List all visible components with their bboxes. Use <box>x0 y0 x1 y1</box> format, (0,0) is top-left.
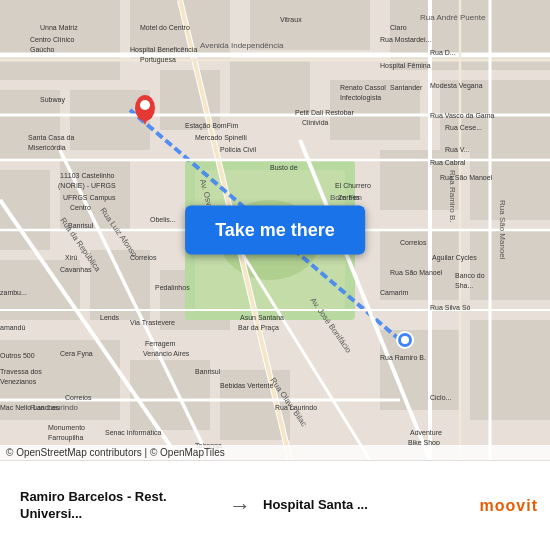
svg-text:Bebidas Vertente: Bebidas Vertente <box>220 382 273 389</box>
svg-text:Correios: Correios <box>65 394 92 401</box>
svg-text:Rua André Puente: Rua André Puente <box>420 13 486 22</box>
svg-text:Banrisul: Banrisul <box>195 368 221 375</box>
take-me-there-button[interactable]: Take me there <box>185 206 365 255</box>
svg-text:Senac Informática: Senac Informática <box>105 429 162 436</box>
svg-text:Ferragem: Ferragem <box>145 340 176 348</box>
svg-text:Subway: Subway <box>40 96 65 104</box>
svg-text:(NORIE) - UFRGS: (NORIE) - UFRGS <box>58 182 116 190</box>
svg-text:Hospital Fêmina: Hospital Fêmina <box>380 62 431 70</box>
svg-text:Rua V...: Rua V... <box>445 146 470 153</box>
svg-text:Lends: Lends <box>100 314 120 321</box>
svg-text:Sha...: Sha... <box>455 282 473 289</box>
svg-text:Xirú: Xirú <box>65 254 78 261</box>
svg-text:El Churrero: El Churrero <box>335 182 371 189</box>
svg-text:Rua Ramiro B.: Rua Ramiro B. <box>380 354 426 361</box>
svg-text:11103 Castelinho: 11103 Castelinho <box>60 172 115 179</box>
svg-text:Avenida Independência: Avenida Independência <box>200 41 284 50</box>
svg-text:Renato Cassol: Renato Cassol <box>340 84 386 91</box>
app: Bom Fim Avenida Independência Rua André … <box>0 0 550 550</box>
moovit-logo: moovit <box>468 497 538 515</box>
svg-text:Infectologista: Infectologista <box>340 94 381 102</box>
svg-text:Rua Silva Só: Rua Silva Só <box>430 304 471 311</box>
svg-point-134 <box>140 100 150 110</box>
svg-text:Rua São Manoel: Rua São Manoel <box>390 269 443 276</box>
svg-text:Vitraux: Vitraux <box>280 16 302 23</box>
svg-text:Centro: Centro <box>70 204 91 211</box>
svg-text:Bar da Praça: Bar da Praça <box>238 324 279 332</box>
destination-label: Hospital Santa ... <box>263 497 460 514</box>
svg-text:Rua São Manoel: Rua São Manoel <box>440 174 493 181</box>
svg-text:Farroupilha: Farroupilha <box>48 434 84 442</box>
svg-text:Via Trastevere: Via Trastevere <box>130 319 175 326</box>
svg-text:Santander: Santander <box>390 84 423 91</box>
svg-text:Zerbes: Zerbes <box>338 194 360 201</box>
svg-text:Motel do Centro: Motel do Centro <box>140 24 190 31</box>
svg-text:Rua Vasco da Gama: Rua Vasco da Gama <box>430 112 495 119</box>
origin-label: Ramiro Barcelos - Rest. Universi... <box>20 489 217 523</box>
svg-text:Misericórdia: Misericórdia <box>28 144 66 151</box>
svg-text:Venâncio Aires: Venâncio Aires <box>143 350 190 357</box>
svg-text:Rua Cese...: Rua Cese... <box>445 124 482 131</box>
moovit-text: moovit <box>480 497 538 515</box>
svg-text:Claro: Claro <box>390 24 407 31</box>
svg-text:Rua Mostardei...: Rua Mostardei... <box>380 36 431 43</box>
svg-text:zambu...: zambu... <box>0 289 27 296</box>
arrow-icon: → <box>229 493 251 518</box>
svg-text:Santa Casa da: Santa Casa da <box>28 134 74 141</box>
svg-text:Banco do: Banco do <box>455 272 485 279</box>
svg-rect-8 <box>230 60 310 115</box>
svg-text:Estação BomFim: Estação BomFim <box>185 122 238 130</box>
svg-text:Petit Dalí Restobar: Petit Dalí Restobar <box>295 109 354 116</box>
bottom-bar: Ramiro Barcelos - Rest. Universi... → Ho… <box>0 460 550 550</box>
svg-text:Busto de: Busto de <box>270 164 298 171</box>
svg-text:Correios: Correios <box>130 254 157 261</box>
svg-text:Cera Fyna: Cera Fyna <box>60 350 93 358</box>
svg-text:Venezianos: Venezianos <box>0 378 37 385</box>
svg-text:Pedalinhos: Pedalinhos <box>155 284 190 291</box>
svg-text:Unna Matriz: Unna Matriz <box>40 24 78 31</box>
svg-text:Ciclo...: Ciclo... <box>430 394 451 401</box>
svg-text:Aguilar Cycles: Aguilar Cycles <box>432 254 477 262</box>
svg-text:Polícia Civil: Polícia Civil <box>220 146 257 153</box>
svg-text:Adventure: Adventure <box>410 429 442 436</box>
svg-text:Rua Laurindo: Rua Laurindo <box>275 404 317 411</box>
svg-text:Mercado Spinelli: Mercado Spinelli <box>195 134 247 142</box>
svg-text:amandú: amandú <box>0 324 25 331</box>
route-arrow: → <box>225 493 255 519</box>
copyright-bar: © OpenStreetMap contributors | © OpenMap… <box>0 445 550 460</box>
svg-text:Banrisul: Banrisul <box>68 222 94 229</box>
svg-text:Portuguesa: Portuguesa <box>140 56 176 64</box>
svg-text:Cavanhas: Cavanhas <box>60 266 92 273</box>
svg-text:Clinivida: Clinivida <box>302 119 329 126</box>
svg-text:Monumento: Monumento <box>48 424 85 431</box>
svg-text:Gaúcho: Gaúcho <box>30 46 55 53</box>
svg-text:Travessa dos: Travessa dos <box>0 368 42 375</box>
svg-text:Centro Clínico: Centro Clínico <box>30 36 74 43</box>
svg-text:Correios: Correios <box>400 239 427 246</box>
destination-endpoint: Hospital Santa ... <box>255 497 468 514</box>
origin-endpoint: Ramiro Barcelos - Rest. Universi... <box>12 489 225 523</box>
svg-rect-24 <box>470 320 550 420</box>
copyright-text: © OpenStreetMap contributors | © OpenMap… <box>6 447 225 458</box>
svg-text:Hospital Beneficência: Hospital Beneficência <box>130 46 197 54</box>
svg-text:Outros 500: Outros 500 <box>0 352 35 359</box>
svg-text:Modesta Vegana: Modesta Vegana <box>430 82 483 90</box>
svg-rect-19 <box>470 230 550 300</box>
svg-text:UFRGS Campus: UFRGS Campus <box>63 194 116 202</box>
svg-text:Obelis...: Obelis... <box>150 216 176 223</box>
svg-text:Rua Cabral: Rua Cabral <box>430 159 466 166</box>
svg-text:Rua D...: Rua D... <box>430 49 456 56</box>
svg-point-131 <box>401 336 409 344</box>
svg-text:Camarim: Camarim <box>380 289 409 296</box>
svg-text:Mac Nello Lanches: Mac Nello Lanches <box>0 404 60 411</box>
map-container: Bom Fim Avenida Independência Rua André … <box>0 0 550 460</box>
svg-text:Asun Santana: Asun Santana <box>240 314 284 321</box>
svg-text:Rua São Manoel: Rua São Manoel <box>498 200 507 260</box>
